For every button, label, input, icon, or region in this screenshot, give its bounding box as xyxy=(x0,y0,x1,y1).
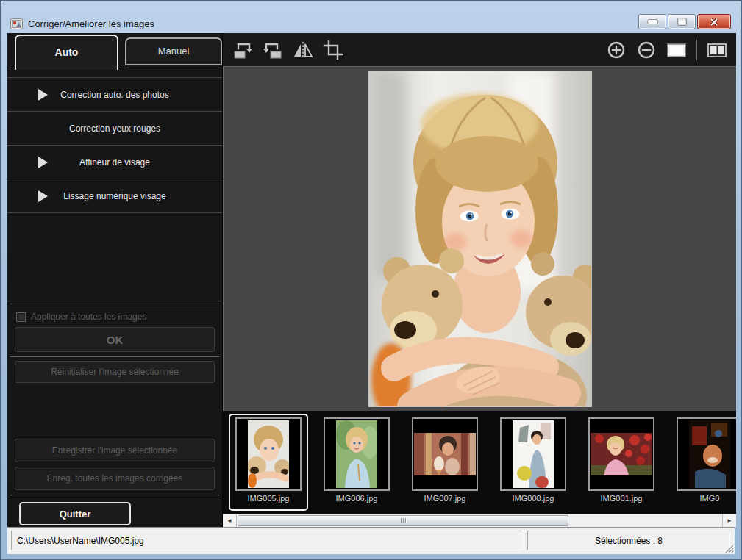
divider xyxy=(10,495,219,498)
apply-all-label: Appliquer à toutes les images xyxy=(31,312,146,322)
minimize-icon xyxy=(647,19,658,24)
toolbar-separator xyxy=(696,40,697,60)
preview-area xyxy=(223,67,736,411)
thumbnail-image xyxy=(324,417,390,491)
thumbnail-image xyxy=(677,417,736,491)
preview-image xyxy=(368,71,592,407)
rotate-left-icon[interactable] xyxy=(232,40,253,60)
thumbnail-img001[interactable]: IMG001.jpg xyxy=(582,414,661,511)
maximize-icon xyxy=(677,18,687,26)
apply-all-checkbox[interactable] xyxy=(16,312,26,322)
auto-correction-list: Correction auto. des photos Correction y… xyxy=(7,77,222,213)
auto-photo-fix-button[interactable]: Correction auto. des photos xyxy=(7,77,222,111)
thumbnail-label: IMG006.jpg xyxy=(336,494,378,503)
titlebar[interactable]: Corriger/Améliorer les images xyxy=(1,1,741,33)
flip-horizontal-icon[interactable] xyxy=(293,40,313,60)
rotate-right-icon[interactable] xyxy=(263,40,283,60)
thumbnail-scrollbar[interactable]: ◄ ► xyxy=(223,514,736,527)
close-icon xyxy=(709,18,719,26)
tab-auto[interactable]: Auto xyxy=(15,35,118,70)
statusbar: C:\Users\UserName\IMG005.jpg Sélectionné… xyxy=(7,527,735,554)
minimize-button[interactable] xyxy=(638,14,666,29)
status-file-path: C:\Users\UserName\IMG005.jpg xyxy=(11,531,523,550)
thumbnail-image xyxy=(500,417,566,491)
scroll-left-arrow[interactable]: ◄ xyxy=(223,514,237,527)
red-eye-correction-button[interactable]: Correction yeux rouges xyxy=(7,111,222,145)
reset-selected-image-button[interactable]: Réinitialiser l'image sélectionnée xyxy=(15,361,215,383)
thumbnail-image xyxy=(588,417,654,491)
dialog-content: Auto Manuel Correction auto. des photos … xyxy=(7,33,736,527)
thumbnail-image xyxy=(235,417,302,491)
crop-icon[interactable] xyxy=(323,40,343,60)
face-sharpener-button[interactable]: Affineur de visage xyxy=(7,145,222,179)
apply-all-row: Appliquer à toutes les images xyxy=(16,309,216,324)
window-title: Corriger/Améliorer les images xyxy=(28,18,154,29)
face-sharpener-label: Affineur de visage xyxy=(79,157,150,168)
status-selected-count: Sélectionnées : 8 xyxy=(527,531,730,550)
window: Corriger/Améliorer les images Auto Manue… xyxy=(0,0,742,560)
close-button[interactable] xyxy=(697,14,731,29)
thumbnail-label: IMG0 xyxy=(700,494,720,503)
thumbnail-label: IMG005.jpg xyxy=(248,494,290,503)
red-eye-correction-label: Correction yeux rouges xyxy=(69,123,160,134)
thumbnail-img008[interactable]: IMG008.jpg xyxy=(493,414,573,511)
fit-window-icon[interactable] xyxy=(666,40,687,60)
divider xyxy=(10,304,219,306)
divider xyxy=(10,356,219,359)
thumbnail-img005[interactable]: IMG005.jpg xyxy=(229,414,308,511)
preview-panel: IMG005.jpg xyxy=(222,33,736,527)
window-controls xyxy=(638,14,731,29)
screen: Corriger/Améliorer les images Auto Manue… xyxy=(0,0,742,560)
compare-icon[interactable] xyxy=(707,40,727,60)
play-arrow-icon xyxy=(38,89,48,101)
digital-face-smoothing-button[interactable]: Lissage numérique visage xyxy=(7,179,222,213)
thumbnail-image xyxy=(412,417,478,491)
scrollbar-grip xyxy=(403,518,404,523)
thumbnail-label: IMG001.jpg xyxy=(601,494,643,503)
scrollbar-thumb[interactable] xyxy=(238,515,568,526)
thumbnail-strip: IMG005.jpg xyxy=(223,411,736,514)
zoom-out-icon[interactable] xyxy=(636,40,657,60)
thumbnail-partial[interactable]: IMG0 xyxy=(670,414,736,511)
correction-panel: Auto Manuel Correction auto. des photos … xyxy=(7,33,222,527)
save-selected-image-button[interactable]: Enregistrer l'image sélectionnée xyxy=(15,439,215,462)
thumbnail-img007[interactable]: IMG007.jpg xyxy=(405,414,485,511)
save-all-corrected-images-button[interactable]: Enreg. toutes les images corrigées xyxy=(15,467,215,490)
view-icons-group xyxy=(606,40,727,60)
thumbnail-label: IMG007.jpg xyxy=(424,494,466,503)
scrollbar-grip xyxy=(401,518,402,523)
digital-face-smoothing-label: Lissage numérique visage xyxy=(63,191,165,201)
tab-manuel[interactable]: Manuel xyxy=(125,37,222,65)
scroll-right-arrow[interactable]: ► xyxy=(722,514,736,527)
thumbnail-img006[interactable]: IMG006.jpg xyxy=(317,414,396,511)
scrollbar-grip xyxy=(405,518,406,523)
edit-icons-group xyxy=(232,40,343,60)
maximize-button[interactable] xyxy=(668,14,696,29)
ok-button[interactable]: OK xyxy=(15,327,215,352)
quit-button[interactable]: Quitter xyxy=(19,502,131,525)
image-toolbar xyxy=(223,33,736,67)
auto-photo-fix-label: Correction auto. des photos xyxy=(60,90,168,100)
resize-grip-icon[interactable] xyxy=(724,544,734,553)
play-arrow-icon xyxy=(38,157,48,168)
thumbnail-label: IMG008.jpg xyxy=(513,494,554,503)
zoom-in-icon[interactable] xyxy=(606,40,627,60)
play-arrow-icon xyxy=(38,190,48,202)
app-icon xyxy=(10,18,23,30)
